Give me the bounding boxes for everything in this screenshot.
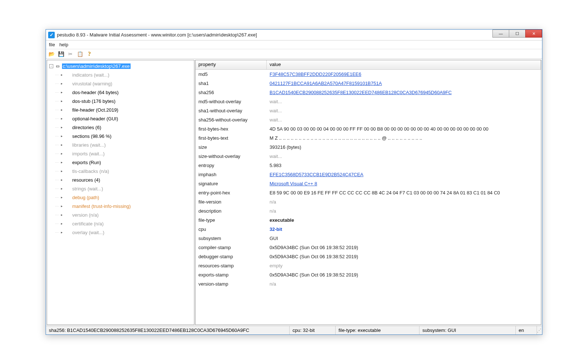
minimize-button[interactable]: —	[492, 30, 509, 38]
property-row[interactable]: imphashEFE1C3568D5733CCB1E9D2B524C47CEA	[196, 170, 541, 179]
property-row[interactable]: first-bytes-textM Z .. .. .. .. .. .. ..…	[196, 133, 541, 143]
tree-root-node[interactable]: - ▭ c:\users\admin\desktop\267.exe	[48, 62, 193, 70]
tree-item-label[interactable]: exports (Run)	[72, 160, 101, 165]
tree-item-label[interactable]: dos-header (64 bytes)	[72, 90, 119, 95]
property-row[interactable]: sha10421127F1BCCA91A6AB2A570A47F8159101B…	[196, 79, 541, 88]
tree-item[interactable]: ⋯▸debug (path)	[55, 193, 193, 202]
tree-item-label[interactable]: manifest (trust-info-missing)	[72, 204, 131, 209]
close-button[interactable]: ✕	[525, 30, 542, 38]
expand-icon[interactable]: ▸	[61, 187, 63, 190]
property-row[interactable]: size393216 (bytes)	[196, 143, 541, 152]
property-value[interactable]: Microsoft Visual C++ 8	[267, 181, 541, 186]
expand-icon[interactable]: ▸	[61, 169, 63, 173]
tree-item[interactable]: ⋯▸manifest (trust-info-missing)	[55, 202, 193, 210]
property-row[interactable]: sha256-without-overlaywait...	[196, 115, 541, 124]
property-row[interactable]: signatureMicrosoft Visual C++ 8	[196, 179, 541, 188]
tree-item-label[interactable]: libraries (wait...)	[72, 142, 106, 148]
expand-icon[interactable]: ▸	[61, 231, 63, 234]
property-row[interactable]: descriptionn/a	[196, 206, 541, 216]
tree-item-label[interactable]: debug (path)	[72, 195, 99, 200]
properties-pane[interactable]: property value md5F3F48C57C38BFF2DDD220F…	[195, 60, 541, 325]
expand-icon[interactable]: ▸	[61, 222, 63, 225]
property-row[interactable]: md5F3F48C57C38BFF2DDD220F20569E1EE6	[196, 70, 541, 79]
property-value[interactable]: EFE1C3568D5733CCB1E9D2B524C47CEA	[267, 172, 541, 177]
expand-icon[interactable]: ▸	[61, 73, 63, 77]
expand-icon[interactable]: ▸	[61, 143, 63, 147]
save-icon[interactable]: 💾	[58, 51, 64, 57]
expand-icon[interactable]: ▸	[61, 178, 63, 182]
help-icon[interactable]: ?	[86, 51, 93, 57]
menu-help[interactable]: help	[59, 42, 69, 47]
property-row[interactable]: compiler-stamp0x5D9A34BC (Sun Oct 06 19:…	[196, 243, 541, 252]
maximize-button[interactable]: ☐	[509, 30, 526, 38]
header-property[interactable]: property	[196, 60, 267, 69]
property-row[interactable]: file-typeexecutable	[196, 216, 541, 225]
expand-icon[interactable]: ▸	[61, 152, 63, 155]
tree-item[interactable]: ⋯▸indicators (wait...)	[55, 70, 193, 79]
open-icon[interactable]: 📂	[48, 51, 55, 57]
header-value[interactable]: value	[267, 60, 541, 69]
expand-icon[interactable]: ▸	[61, 125, 63, 129]
tree-item[interactable]: ⋯▸certificate (n/a)	[55, 219, 193, 228]
tree-item[interactable]: ⋯▸libraries (wait...)	[55, 140, 193, 149]
menu-file[interactable]: file	[49, 42, 55, 47]
expand-icon[interactable]: ▸	[61, 90, 63, 94]
property-row[interactable]: sha1-without-overlaywait...	[196, 106, 541, 115]
delete-icon[interactable]: ✂	[67, 51, 74, 57]
property-row[interactable]: entry-point-hexE8 59 9C 00 00 E9 16 FE F…	[196, 188, 541, 197]
property-row[interactable]: version-stampn/a	[196, 279, 541, 289]
tree-item-label[interactable]: imports (wait...)	[72, 151, 105, 156]
tree-item-label[interactable]: optional-header (GUI)	[72, 116, 118, 121]
tree-item[interactable]: ⋯▸version (n/a)	[55, 210, 193, 219]
property-value[interactable]: 0421127F1BCCA91A6AB2A570A47F8159101B751A	[267, 81, 541, 86]
tree-item[interactable]: ⋯▸file-header (Oct.2019)	[55, 105, 193, 114]
tree-item[interactable]: ⋯▸resources (4)	[55, 175, 193, 184]
expand-icon[interactable]: ▸	[61, 195, 63, 199]
property-row[interactable]: entropy5.983	[196, 161, 541, 170]
property-row[interactable]: subsystemGUI	[196, 234, 541, 243]
tree-item-label[interactable]: strings (wait...)	[72, 186, 103, 191]
expand-icon[interactable]: ▸	[61, 204, 63, 208]
tree-root-label[interactable]: c:\users\admin\desktop\267.exe	[62, 63, 131, 69]
expand-icon[interactable]: ▸	[61, 99, 63, 103]
tree-item-label[interactable]: tls-callbacks (n/a)	[72, 169, 109, 174]
tree-item-label[interactable]: virustotal (warning)	[72, 81, 112, 86]
collapse-icon[interactable]: -	[49, 64, 53, 68]
expand-icon[interactable]: ▸	[61, 108, 63, 112]
property-row[interactable]: size-without-overlaywait...	[196, 152, 541, 161]
tree-item[interactable]: ⋯▸dos-stub (176 bytes)	[55, 97, 193, 105]
property-row[interactable]: exports-stamp0x5D9A34BC (Sun Oct 06 19:3…	[196, 270, 541, 279]
tree-pane[interactable]: - ▭ c:\users\admin\desktop\267.exe ⋯▸ind…	[47, 60, 194, 325]
tree-item-label[interactable]: overlay (wait...)	[72, 230, 104, 235]
copy-icon[interactable]: 📋	[77, 51, 83, 57]
property-row[interactable]: resources-stampempty	[196, 261, 541, 270]
tree-item-label[interactable]: dos-stub (176 bytes)	[72, 98, 116, 104]
tree-item-label[interactable]: indicators (wait...)	[72, 72, 109, 78]
tree-item[interactable]: ⋯▸tls-callbacks (n/a)	[55, 167, 193, 175]
tree-item-label[interactable]: sections (98.96 %)	[72, 133, 112, 139]
tree-item[interactable]: ⋯▸sections (98.96 %)	[55, 132, 193, 140]
tree-item[interactable]: ⋯▸directories (6)	[55, 123, 193, 132]
expand-icon[interactable]: ▸	[61, 134, 63, 138]
tree-item[interactable]: ⋯▸optional-header (GUI)	[55, 114, 193, 123]
tree-item-label[interactable]: resources (4)	[72, 177, 100, 183]
tree-item[interactable]: ⋯▸exports (Run)	[55, 158, 193, 167]
expand-icon[interactable]: ▸	[61, 117, 63, 120]
tree-item[interactable]: ⋯▸dos-header (64 bytes)	[55, 88, 193, 97]
tree-item[interactable]: ⋯▸virustotal (warning)	[55, 79, 193, 88]
expand-icon[interactable]: ▸	[61, 160, 63, 164]
tree-item-label[interactable]: certificate (n/a)	[72, 221, 104, 226]
resize-grip-icon[interactable]: ⋰	[537, 328, 542, 333]
tree-item[interactable]: ⋯▸strings (wait...)	[55, 184, 193, 193]
property-row[interactable]: cpu32-bit	[196, 225, 541, 234]
property-row[interactable]: first-bytes-hex4D 5A 90 00 03 00 00 00 0…	[196, 124, 541, 133]
tree-item-label[interactable]: version (n/a)	[72, 212, 98, 218]
property-value[interactable]: F3F48C57C38BFF2DDD220F20569E1EE6	[267, 71, 541, 77]
tree-item[interactable]: ⋯▸imports (wait...)	[55, 149, 193, 158]
tree-item[interactable]: ⋯▸overlay (wait...)	[55, 228, 193, 237]
expand-icon[interactable]: ▸	[61, 213, 63, 217]
property-value[interactable]: B1CAD1540ECB290088252635F8E130022EED7486…	[267, 90, 541, 95]
property-row[interactable]: sha256B1CAD1540ECB290088252635F8E130022E…	[196, 88, 541, 97]
property-row[interactable]: md5-without-overlaywait...	[196, 97, 541, 106]
expand-icon[interactable]: ▸	[61, 82, 63, 85]
